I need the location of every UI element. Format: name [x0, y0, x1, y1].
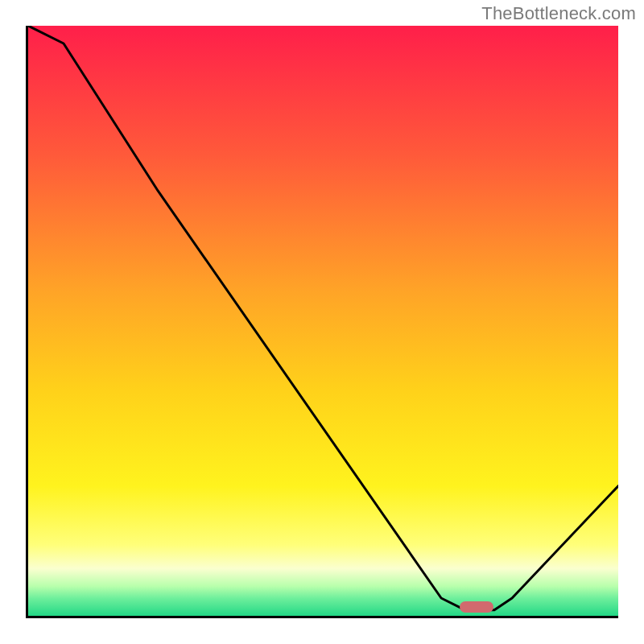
optimal-marker [460, 601, 493, 613]
axes-frame [26, 26, 618, 618]
chart-container: TheBottleneck.com [0, 0, 644, 644]
watermark-text: TheBottleneck.com [481, 3, 636, 24]
